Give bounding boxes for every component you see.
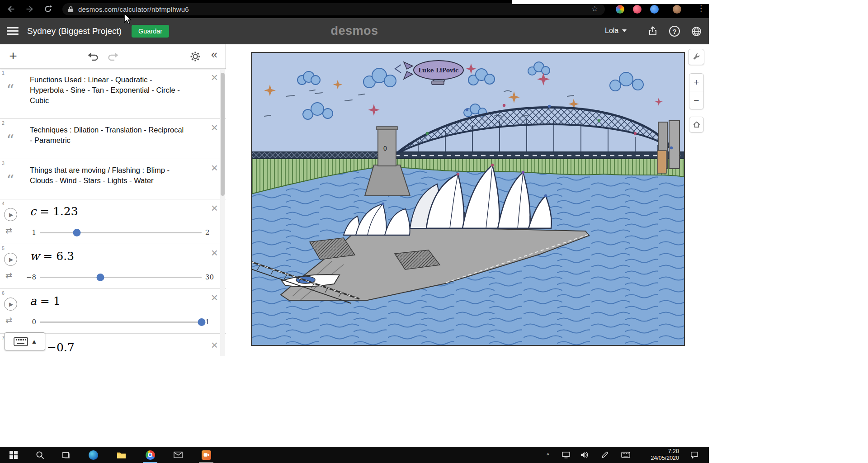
close-expression-button[interactable]: ×: [211, 339, 218, 351]
extension-icon-2[interactable]: [633, 5, 642, 14]
graph-canvas[interactable]: Luke LiPovic: [251, 52, 685, 346]
slider-value: 6.3: [56, 250, 74, 263]
play-slider-button[interactable]: ▶: [4, 298, 17, 311]
slider-min-label[interactable]: 0: [25, 318, 36, 326]
taskbar-explorer-icon[interactable]: [111, 447, 131, 463]
expression-text[interactable]: −0.7: [47, 341, 75, 354]
note-text[interactable]: Techniques : Dilation - Translation - Re…: [30, 125, 186, 146]
close-expression-button[interactable]: ×: [211, 292, 218, 303]
extension-icon-1[interactable]: [616, 5, 624, 14]
slider-expression[interactable]: a = 1: [30, 294, 61, 307]
taskbar-camera-app-icon[interactable]: [196, 447, 216, 463]
zoom-home-button[interactable]: [689, 117, 704, 132]
play-slider-button[interactable]: ▶: [4, 253, 17, 266]
slider-thumb[interactable]: [73, 229, 81, 236]
save-button[interactable]: Guardar: [132, 25, 169, 38]
slider-track[interactable]: [40, 277, 202, 278]
note-text[interactable]: Things that are moving / Flashing : Blim…: [30, 165, 186, 186]
help-button[interactable]: ?: [668, 25, 681, 38]
item-index: 1: [2, 70, 5, 76]
clock-date: 24/05/2020: [651, 455, 679, 462]
start-button[interactable]: [4, 447, 24, 463]
expression-item-note[interactable]: 2 “ Techniques : Dilation - Translation …: [0, 119, 226, 159]
undo-button[interactable]: [87, 50, 99, 63]
bookmark-star-icon[interactable]: ☆: [591, 4, 598, 14]
help-icon: ?: [669, 26, 680, 37]
close-expression-button[interactable]: ×: [211, 162, 218, 174]
slider-loop-icon[interactable]: ⇄: [5, 226, 12, 235]
taskbar-search-button[interactable]: [30, 447, 50, 463]
tray-keyboard-icon[interactable]: [617, 447, 635, 463]
browser-menu-icon[interactable]: ⋮: [697, 4, 705, 13]
zoom-in-button[interactable]: +: [689, 74, 703, 91]
slider-thumb[interactable]: [97, 274, 104, 281]
extension-icon-3[interactable]: [650, 5, 659, 14]
browser-back-button[interactable]: [5, 3, 17, 15]
close-expression-button[interactable]: ×: [211, 71, 218, 83]
task-view-button[interactable]: [56, 447, 76, 463]
slider-min-label[interactable]: −8: [25, 273, 36, 281]
tray-volume-icon[interactable]: [576, 447, 592, 463]
address-bar[interactable]: desmos.com/calculator/nbfmplhwu6: [62, 3, 605, 15]
expressions-scrollbar[interactable]: [220, 70, 225, 356]
profile-avatar[interactable]: [673, 5, 681, 14]
tray-expand-icon[interactable]: ^: [541, 447, 555, 463]
folder-icon: [117, 451, 126, 459]
collapse-panel-button[interactable]: «: [208, 48, 221, 61]
browser-refresh-button[interactable]: [42, 3, 54, 15]
taskbar-edge-icon[interactable]: [83, 447, 103, 463]
expression-list: 1 “ Functions Used : Linear - Quadratic …: [0, 69, 226, 357]
item-index: 6: [2, 290, 5, 296]
scrollbar-thumb[interactable]: [221, 73, 225, 196]
slider-expression[interactable]: w = 6.3: [30, 250, 74, 263]
redo-button[interactable]: [107, 50, 119, 63]
language-button[interactable]: [690, 25, 703, 38]
note-text[interactable]: Functions Used : Linear - Quadratic - Hy…: [30, 75, 186, 106]
browser-forward-button[interactable]: [24, 3, 35, 15]
graph-settings-button[interactable]: [688, 49, 704, 65]
slider-thumb[interactable]: [198, 318, 206, 326]
note-icon: “: [6, 82, 14, 98]
slider-loop-icon[interactable]: ⇄: [5, 315, 12, 325]
expression-item-note[interactable]: 3 “ Things that are moving / Flashing : …: [0, 159, 226, 199]
zoom-out-button[interactable]: −: [689, 91, 703, 109]
settings-button[interactable]: [189, 50, 202, 63]
account-menu[interactable]: Lola: [605, 27, 627, 35]
tray-display-icon[interactable]: [558, 447, 574, 463]
item-index: 7: [2, 335, 5, 340]
expression-item-note[interactable]: 1 “ Functions Used : Linear - Quadratic …: [0, 69, 226, 119]
close-expression-button[interactable]: ×: [211, 247, 218, 259]
slider-max-label[interactable]: 1: [205, 318, 214, 326]
equals-sign: =: [40, 205, 49, 218]
slider-expression[interactable]: c = 1.23: [30, 205, 78, 218]
home-icon: [692, 120, 701, 129]
expression-item-slider[interactable]: 4 ▶ ⇄ c = 1.23 × 1 2: [0, 199, 226, 244]
wrench-icon: [692, 52, 701, 61]
document-title[interactable]: Sydney (Biggest Project): [27, 26, 122, 36]
taskbar-mail-icon[interactable]: [168, 447, 188, 463]
expression-item-slider[interactable]: 5 ▶ ⇄ w = 6.3 × −8 30: [0, 244, 226, 289]
windows-logo-icon: [9, 451, 18, 459]
slider-loop-icon[interactable]: ⇄: [5, 270, 12, 280]
main-menu-button[interactable]: [7, 27, 19, 35]
close-expression-button[interactable]: ×: [211, 122, 218, 133]
slider-row: 1 2: [25, 228, 214, 236]
slider-max-label[interactable]: 30: [205, 273, 214, 281]
slider-max-label[interactable]: 2: [205, 228, 214, 236]
slider-track[interactable]: [40, 232, 202, 233]
background-window-sliver: [512, 0, 709, 4]
notification-center-icon[interactable]: [685, 447, 703, 463]
tray-pen-icon[interactable]: [597, 447, 613, 463]
taskbar-chrome-icon[interactable]: [140, 447, 160, 463]
windows-taskbar: ^ 7:28 24/05/2020: [0, 447, 709, 463]
play-slider-button[interactable]: ▶: [4, 208, 17, 221]
expression-item-slider[interactable]: 6 ▶ ⇄ a = 1 × 0 1: [0, 289, 226, 334]
keyboard-toggle-button[interactable]: ▲: [5, 332, 45, 350]
close-expression-button[interactable]: ×: [211, 202, 218, 214]
taskbar-clock[interactable]: 7:28 24/05/2020: [651, 448, 679, 462]
url-text[interactable]: desmos.com/calculator/nbfmplhwu6: [78, 5, 189, 13]
share-button[interactable]: [646, 25, 659, 38]
slider-track[interactable]: [40, 321, 202, 323]
add-expression-button[interactable]: +: [5, 47, 22, 65]
slider-min-label[interactable]: 1: [25, 228, 36, 236]
